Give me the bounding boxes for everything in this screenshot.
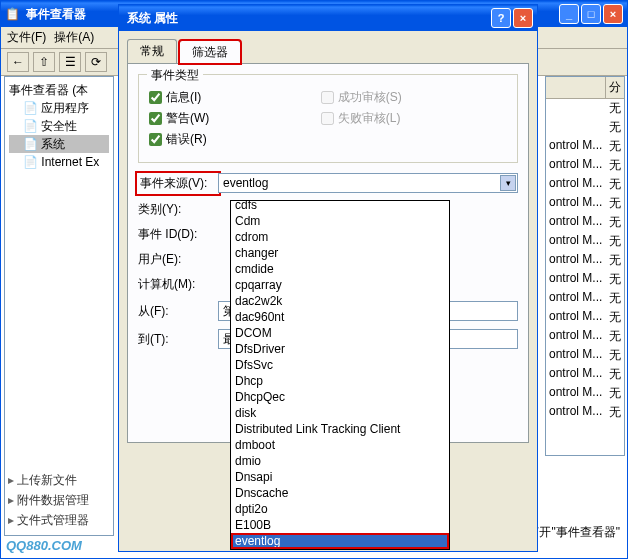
tab-general[interactable]: 常规 (127, 39, 177, 63)
link-upload[interactable]: 上传新文件 (8, 470, 89, 490)
table-row[interactable]: ontrol M...无 (546, 327, 624, 346)
tree-item[interactable]: 📄 Internet Ex (9, 153, 109, 171)
properties-button[interactable]: ☰ (59, 52, 81, 72)
check-warning-input[interactable] (149, 112, 162, 125)
dropdown-item[interactable]: cdrom (231, 229, 449, 245)
check-failure-audit-input (321, 112, 334, 125)
label-event-id: 事件 ID(D): (138, 226, 218, 243)
dropdown-item[interactable]: eventlog (231, 533, 449, 549)
dropdown-item[interactable]: DfsSvc (231, 357, 449, 373)
refresh-button[interactable]: ⟳ (85, 52, 107, 72)
table-row[interactable]: ontrol M...无 (546, 156, 624, 175)
minimize-button[interactable]: _ (559, 4, 579, 24)
table-row[interactable]: ontrol M...无 (546, 308, 624, 327)
label-from: 从(F): (138, 303, 218, 320)
check-success-audit-input (321, 91, 334, 104)
check-information-input[interactable] (149, 91, 162, 104)
dropdown-item[interactable]: Cdm (231, 213, 449, 229)
maximize-button[interactable]: □ (581, 4, 601, 24)
event-type-group: 事件类型 信息(I) 警告(W) 错误(R) 成功审核(S) 失败审核(L) (138, 74, 518, 163)
link-filemgr[interactable]: 文件式管理器 (8, 510, 89, 530)
dropdown-item[interactable]: DfsDriver (231, 341, 449, 357)
check-error[interactable]: 错误(R) (149, 131, 321, 148)
table-row[interactable]: ontrol M...无 (546, 232, 624, 251)
event-source-dropdown[interactable]: atdiskAtmarpcbeepBITSBrowsercbidf2kcd20x… (230, 200, 450, 550)
table-row[interactable]: ontrol M...无 (546, 384, 624, 403)
chevron-down-icon[interactable]: ▾ (500, 175, 516, 191)
table-row[interactable]: ontrol M...无 (546, 137, 624, 156)
dropdown-item[interactable]: DCOM (231, 325, 449, 341)
dropdown-item[interactable]: Dnsapi (231, 469, 449, 485)
watermark: QQ880.COM (6, 538, 82, 553)
dropdown-item[interactable]: dac960nt (231, 309, 449, 325)
close-button[interactable]: × (603, 4, 623, 24)
table-row[interactable]: ontrol M...无 (546, 365, 624, 384)
dropdown-item[interactable]: dmboot (231, 437, 449, 453)
label-to: 到(T): (138, 331, 218, 348)
tree-panel[interactable]: 事件查看器 (本 📄 应用程序📄 安全性📄 系统📄 Internet Ex (4, 76, 114, 536)
group-title: 事件类型 (147, 67, 203, 84)
dropdown-item[interactable]: cpqarray (231, 277, 449, 293)
dropdown-item[interactable]: DhcpQec (231, 389, 449, 405)
table-row[interactable]: 无 (546, 99, 624, 118)
up-button[interactable]: ⇧ (33, 52, 55, 72)
check-error-input[interactable] (149, 133, 162, 146)
table-row[interactable]: ontrol M...无 (546, 270, 624, 289)
label-event-source: 事件来源(V): (138, 174, 218, 193)
column-header[interactable] (546, 77, 606, 98)
tree-item[interactable]: 📄 安全性 (9, 117, 109, 135)
check-information[interactable]: 信息(I) (149, 89, 321, 106)
dropdown-item[interactable]: changer (231, 245, 449, 261)
help-button[interactable]: ? (491, 8, 511, 28)
dialog-title: 系统 属性 (127, 10, 491, 27)
tab-filter[interactable]: 筛选器 (179, 40, 241, 64)
dropdown-item[interactable]: Distributed Link Tracking Client (231, 421, 449, 437)
tree-item[interactable]: 📄 应用程序 (9, 99, 109, 117)
label-user: 用户(E): (138, 251, 218, 268)
table-row[interactable]: ontrol M...无 (546, 289, 624, 308)
dropdown-item[interactable]: cdfs (231, 200, 449, 213)
dropdown-item[interactable]: Dhcp (231, 373, 449, 389)
dropdown-item[interactable]: E100B (231, 517, 449, 533)
table-row[interactable]: 无 (546, 118, 624, 137)
column-header-2[interactable]: 分 (606, 77, 624, 98)
table-row[interactable]: ontrol M...无 (546, 346, 624, 365)
dropdown-item[interactable]: dmio (231, 453, 449, 469)
dropdown-item[interactable]: dac2w2k (231, 293, 449, 309)
check-failure-audit: 失败审核(L) (321, 110, 493, 127)
dialog-titlebar[interactable]: 系统 属性 ? × (119, 5, 537, 31)
dropdown-item[interactable]: dpti2o (231, 501, 449, 517)
footer-hint: 打开"事件查看器" (527, 524, 620, 541)
table-row[interactable]: ontrol M...无 (546, 194, 624, 213)
dropdown-item[interactable]: disk (231, 405, 449, 421)
content-grid[interactable]: 分 无无ontrol M...无ontrol M...无ontrol M...无… (545, 76, 625, 456)
table-row[interactable]: ontrol M...无 (546, 213, 624, 232)
dropdown-item[interactable]: cmdide (231, 261, 449, 277)
table-row[interactable]: ontrol M...无 (546, 175, 624, 194)
table-row[interactable]: ontrol M...无 (546, 251, 624, 270)
dropdown-item[interactable]: Dnscache (231, 485, 449, 501)
link-attach[interactable]: 附件数据管理 (8, 490, 89, 510)
check-success-audit: 成功审核(S) (321, 89, 493, 106)
tree-item[interactable]: 📄 系统 (9, 135, 109, 153)
app-icon: 📋 (5, 7, 20, 21)
combo-value: eventlog (223, 176, 268, 190)
label-computer: 计算机(M): (138, 276, 218, 293)
menu-action[interactable]: 操作(A) (54, 29, 94, 46)
dialog-close-button[interactable]: × (513, 8, 533, 28)
check-warning[interactable]: 警告(W) (149, 110, 321, 127)
side-links: 上传新文件 附件数据管理 文件式管理器 (8, 470, 89, 530)
event-source-combo[interactable]: eventlog ▾ (218, 173, 518, 193)
back-button[interactable]: ← (7, 52, 29, 72)
table-row[interactable]: ontrol M...无 (546, 403, 624, 422)
label-category: 类别(Y): (138, 201, 218, 218)
menu-file[interactable]: 文件(F) (7, 29, 46, 46)
tree-root[interactable]: 事件查看器 (本 (9, 81, 109, 99)
